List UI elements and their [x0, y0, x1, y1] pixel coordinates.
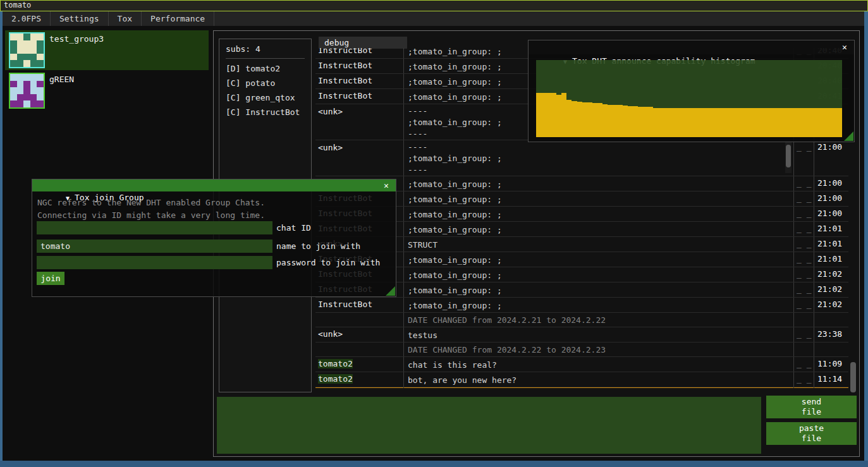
histogram-bar [761, 108, 766, 137]
message-text-cell: ;tomato_in_group: ; [403, 207, 793, 221]
histogram-bar [602, 104, 608, 137]
delivery-flags-cell: _ _ [793, 357, 814, 372]
histogram-bar [618, 105, 623, 137]
paste-file-button[interactable]: paste file [766, 422, 857, 445]
timestamp-cell: 21:00 [814, 140, 846, 176]
histogram-bar [806, 108, 811, 137]
histogram-bar [816, 108, 821, 137]
histogram-bar [633, 106, 638, 137]
inner-scrollbar-thumb[interactable] [786, 145, 791, 167]
member-item-green_qtox[interactable]: [C] green_qtox [226, 90, 311, 105]
member-item-InstructBot[interactable]: [C] InstructBot [226, 105, 311, 119]
resize-grip[interactable] [386, 286, 395, 296]
message-row: InstructBot;tomato_in_group: ;_ _21:02 [315, 298, 848, 313]
timestamp-cell [814, 313, 846, 327]
join-button[interactable]: join [37, 272, 64, 285]
histogram-bar [827, 108, 832, 137]
message-row: <unk>---- ;tomato_in_group: ; ----_ _21:… [315, 140, 848, 176]
message-row: <unk>testus_ _23:38 [315, 327, 848, 343]
histogram-bar [551, 93, 556, 137]
chat-scrollbar-thumb[interactable] [850, 362, 856, 392]
message-text-cell: ;tomato_in_group: ; [403, 252, 793, 267]
delivery-flags-cell [793, 343, 814, 356]
os-border-bottom [0, 461, 868, 467]
histogram-bar [766, 108, 771, 137]
group-item-gREEN[interactable]: gREEN [5, 71, 209, 111]
histogram-bar [669, 108, 674, 137]
join-group-titlebar[interactable]: ▼Tox join Group ✕ [32, 179, 396, 191]
timestamp-cell: 23:38 [814, 327, 846, 342]
os-titlebar[interactable]: tomato [0, 0, 868, 11]
composer-input[interactable] [217, 397, 761, 454]
tab-debug[interactable]: debug [319, 37, 407, 49]
histogram-bar [832, 108, 837, 137]
histogram-bar [684, 108, 689, 137]
delivery-flags-cell: _ _ [793, 207, 814, 221]
dht-histogram-window: ▼Tox DHT announce capability histogram ✕ [528, 40, 855, 142]
send-file-button[interactable]: send file [766, 396, 857, 418]
histogram-bar [653, 108, 658, 137]
histogram-bar [771, 108, 776, 137]
histogram-bar [582, 102, 587, 137]
histogram-bar [623, 106, 628, 137]
resize-grip[interactable] [844, 131, 853, 141]
join-name-label: name to join with [276, 241, 360, 251]
message-text-cell: No, I've been in this group for quite so… [403, 387, 793, 388]
delivery-flags-cell: _ _ [793, 140, 814, 176]
histogram-bar [750, 108, 755, 137]
histogram-bar [796, 108, 801, 137]
member-item-tomato2[interactable]: [D] tomato2 [226, 61, 311, 76]
menu-item-tox[interactable]: Tox [109, 11, 142, 26]
histogram-bar [679, 108, 684, 137]
ngc-info-line-2: Connecting via ID might take a very long… [37, 210, 265, 220]
dht-histogram-titlebar[interactable]: ▼Tox DHT announce capability histogram ✕ [529, 40, 854, 54]
join-password-label: password to join with [276, 258, 380, 267]
message-text-cell: bot, are you new here? [403, 372, 793, 387]
histogram-bar [709, 108, 714, 137]
menu-item-settings[interactable]: Settings [51, 11, 109, 26]
join-group-window: ▼Tox join Group ✕ NGC refers to the New … [32, 179, 396, 297]
histogram-bar [566, 100, 572, 137]
timestamp-cell: 11:14 [814, 372, 846, 387]
histogram-bar [643, 107, 648, 137]
histogram-bar [597, 103, 602, 137]
timestamp-cell: 21:02 [814, 282, 846, 297]
os-border-left [0, 11, 3, 461]
sender-name-cell [315, 343, 403, 356]
histogram-bar [791, 108, 796, 137]
timestamp-cell: 21:00 [814, 176, 846, 191]
menu-item-performance[interactable]: Performance [142, 11, 214, 26]
join-password-input[interactable] [37, 256, 272, 269]
subs-separator [226, 58, 305, 59]
sender-name-cell: <unk> [315, 327, 403, 342]
message-row: DATE CHANGED from 2024.2.21 to 2024.2.22 [315, 313, 848, 327]
message-text-cell: ;tomato_in_group: ; [403, 176, 793, 191]
chat-id-input[interactable] [37, 221, 272, 234]
join-name-input[interactable] [37, 240, 272, 253]
timestamp-cell: 21:01 [814, 222, 846, 236]
delivery-flags-cell [793, 313, 814, 327]
close-icon[interactable]: ✕ [381, 179, 392, 191]
os-window-title: tomato [4, 1, 31, 9]
timestamp-cell: 21:02 [814, 267, 846, 282]
os-border-right [864, 11, 868, 461]
delivery-flags-cell: _ _ [793, 191, 814, 206]
histogram-bar [745, 108, 750, 137]
histogram-bar [714, 108, 719, 137]
subs-header: subs: 4 [226, 43, 311, 56]
timestamp-cell: 21:01 [814, 237, 846, 252]
member-item-potato[interactable]: [C] potato [226, 76, 311, 90]
histogram-bar [664, 108, 669, 137]
message-text-cell: ;tomato_in_group: ; [403, 282, 793, 297]
group-item-test_group3[interactable]: test_group3 [5, 30, 209, 70]
menubar: 2.0FPSSettingsToxPerformance [3, 11, 864, 26]
delivery-flags-cell: _ _ [793, 267, 814, 282]
close-icon[interactable]: ✕ [839, 40, 850, 54]
histogram-bar [704, 108, 709, 137]
delivery-flags-cell: _ _ [793, 282, 814, 297]
message-row: tomato2bot, are you new here?_ _11:14 [315, 372, 848, 387]
histogram-bar [699, 108, 704, 137]
sender-name-cell: InstructBot [315, 48, 403, 58]
histogram-bar [546, 93, 551, 137]
histogram-bar [613, 105, 618, 137]
